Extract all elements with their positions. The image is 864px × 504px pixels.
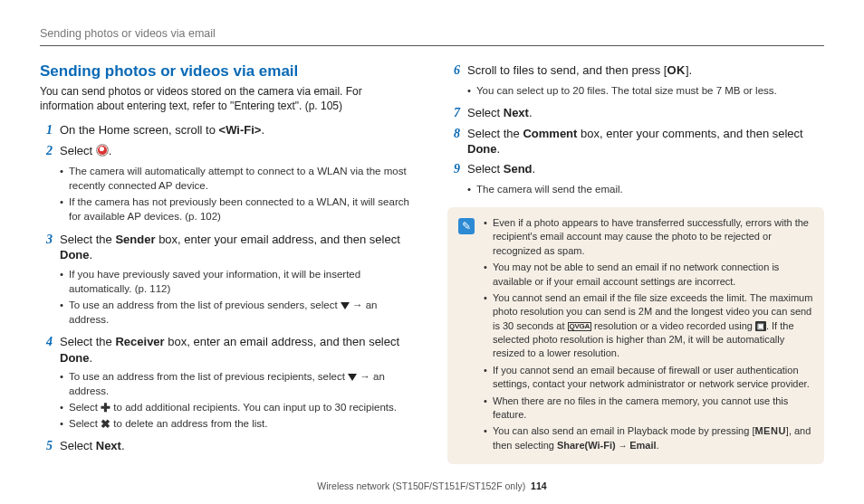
dropdown-icon: [341, 302, 350, 309]
text: box, enter an email address, and then se…: [165, 335, 399, 348]
page-footer: Wireless network (ST150F/ST151F/ST152F o…: [0, 480, 864, 491]
receiver-label: Receiver: [115, 335, 164, 348]
step-3: 3 Select the Sender box, enter your emai…: [40, 232, 417, 263]
step-number: 4: [40, 334, 53, 366]
list-item: To use an address from the list of previ…: [60, 369, 417, 398]
text: Select: [69, 402, 101, 413]
step-body: Select .: [60, 143, 417, 160]
step-body: Select the Comment box, enter your comme…: [467, 126, 824, 157]
text: Select: [467, 106, 504, 119]
text: to delete an address from the list.: [110, 418, 267, 429]
list-item: You can also send an email in Playback m…: [484, 424, 813, 452]
done-label: Done: [467, 142, 497, 156]
list-item: You may not be able to send an email if …: [484, 261, 813, 289]
done-label: Done: [60, 351, 90, 365]
step-number: 8: [447, 126, 460, 157]
step-body: On the Home screen, scroll to <Wi-Fi>.: [60, 122, 417, 139]
text: Select: [69, 418, 101, 429]
comment-label: Comment: [523, 127, 577, 140]
list-item: The camera will automatically attempt to…: [60, 164, 417, 193]
list-item: Select ✚ to add additional recipients. Y…: [60, 400, 417, 414]
text: .: [657, 440, 659, 451]
step-body: Select Next.: [467, 105, 824, 122]
step-8: 8 Select the Comment box, enter your com…: [447, 126, 824, 157]
close-icon: ✖: [101, 418, 110, 430]
text: Select the: [60, 335, 115, 348]
text: .: [497, 142, 501, 156]
text: .: [533, 162, 536, 176]
text: .: [109, 144, 112, 157]
text: .: [90, 248, 93, 262]
qvga-icon: QVGA: [568, 322, 591, 332]
left-column: Sending photos or videos via email You c…: [40, 62, 417, 464]
step-5: 5 Select Next.: [40, 438, 417, 455]
done-label: Done: [60, 248, 90, 262]
text: To use an address from the list of previ…: [69, 300, 341, 310]
list-item: To use an address from the list of previ…: [60, 298, 417, 327]
text: .: [529, 106, 533, 119]
step-number: 7: [447, 105, 460, 122]
step-4-subs: To use an address from the list of previ…: [40, 369, 417, 431]
menu-key: MENU: [754, 425, 785, 436]
footer-text: Wireless network (ST150F/ST151F/ST152F o…: [317, 480, 525, 491]
step-2: 2 Select .: [40, 143, 417, 160]
text: resolution or a video recorded using: [591, 320, 755, 331]
step-body: Select Next.: [60, 438, 417, 455]
text: To use an address from the list of previ…: [69, 371, 348, 382]
send-label: Send: [504, 162, 533, 176]
step-number: 3: [40, 232, 53, 263]
text: ].: [686, 63, 692, 77]
note-list: Even if a photo appears to have transfer…: [484, 216, 813, 455]
text: box, enter your comments, and then selec…: [577, 127, 802, 140]
note-icon: ✎: [458, 218, 475, 234]
list-item: If the camera has not previously been co…: [60, 195, 417, 223]
running-header: Sending photos or videos via email: [40, 27, 824, 40]
step-9: 9 Select Send.: [447, 161, 824, 178]
step-4: 4 Select the Receiver box, enter an emai…: [40, 334, 417, 366]
record-icon: ▣: [755, 321, 766, 331]
list-item: When there are no files in the camera me…: [484, 395, 813, 423]
two-column-layout: Sending photos or videos via email You c…: [40, 62, 824, 464]
list-item: Select ✖ to delete an address from the l…: [60, 416, 417, 431]
text: box, enter your email address, and then …: [156, 233, 400, 246]
share-wifi-label: Share(Wi-Fi): [557, 440, 616, 451]
ok-key: OK: [667, 63, 686, 77]
list-item: Even if a photo appears to have transfer…: [484, 216, 813, 258]
text: .: [90, 351, 93, 365]
page-number: 114: [531, 480, 547, 491]
step-body: Select the Receiver box, enter an email …: [60, 334, 417, 366]
text: .: [121, 439, 125, 452]
email-label: Email: [629, 440, 656, 451]
next-label: Next: [504, 106, 529, 119]
arrow-icon: →: [616, 441, 630, 451]
step-body: Select the Sender box, enter your email …: [60, 232, 417, 263]
text: Select the: [60, 233, 115, 246]
step-6: 6 Scroll to files to send, and then pres…: [447, 62, 824, 80]
page-content: Sending photos or videos via email Sendi…: [0, 0, 864, 464]
step-body: Select Send.: [467, 161, 824, 178]
text: Select: [60, 439, 96, 452]
text: You can also send an email in Playback m…: [493, 425, 754, 436]
step-1: 1 On the Home screen, scroll to <Wi-Fi>.: [40, 122, 417, 139]
header-rule: [40, 45, 824, 46]
text: to add additional recipients. You can in…: [110, 402, 397, 413]
next-label: Next: [96, 439, 121, 452]
step-9-subs: The camera will send the email.: [447, 182, 824, 196]
step-number: 5: [40, 438, 53, 455]
intro-text: You can send photos or videos stored on …: [40, 84, 417, 113]
list-item: If you cannot send an email because of f…: [484, 364, 813, 392]
wifi-label: <Wi-Fi>: [219, 123, 262, 137]
note-box: ✎ Even if a photo appears to have transf…: [447, 207, 824, 464]
right-column: 6 Scroll to files to send, and then pres…: [447, 62, 824, 464]
step-2-subs: The camera will automatically attempt to…: [40, 164, 417, 223]
text: Select: [60, 144, 96, 157]
list-item: If you have previously saved your inform…: [60, 267, 417, 296]
plus-icon: ✚: [101, 402, 110, 414]
section-title: Sending photos or videos via email: [40, 62, 417, 81]
step-number: 9: [447, 161, 460, 178]
step-3-subs: If you have previously saved your inform…: [40, 267, 417, 327]
text: Scroll to files to send, and then press …: [467, 63, 667, 77]
text: Select the: [467, 127, 523, 140]
list-item: You cannot send an email if the file siz…: [484, 291, 813, 361]
step-number: 1: [40, 122, 53, 139]
